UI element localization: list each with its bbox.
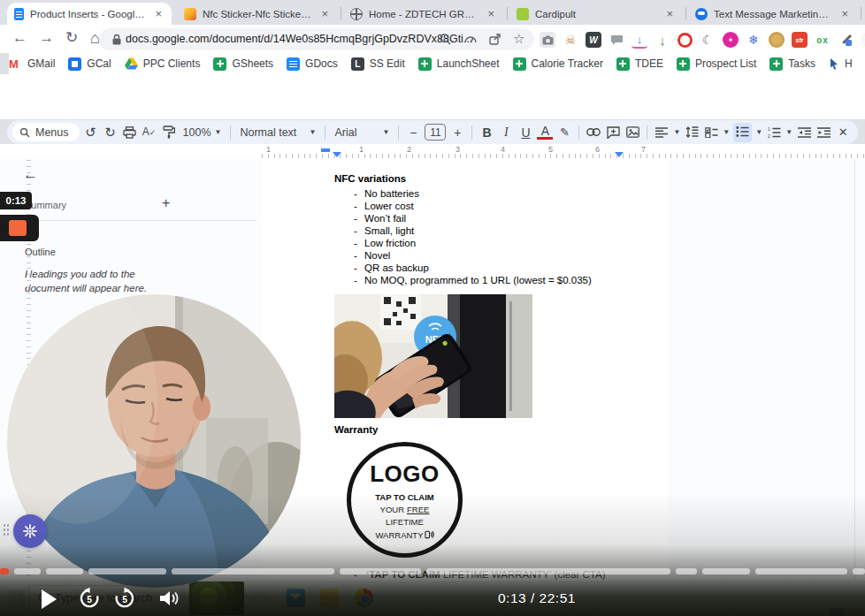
- bookmark-h[interactable]: H: [829, 57, 853, 70]
- tab-separator: [341, 7, 341, 19]
- add-comment-button[interactable]: [605, 126, 621, 139]
- docs-toolbar: Menus ↺ ↻ A✓ 100%▼ Normal text▼ Arial▼ −…: [7, 120, 858, 144]
- font-select[interactable]: Arial▼: [332, 126, 392, 139]
- insert-link-button[interactable]: [586, 128, 601, 136]
- decrease-indent-button[interactable]: [796, 127, 812, 138]
- w-extension-icon[interactable]: W: [586, 32, 601, 48]
- bookmark-star-icon[interactable]: ☆: [513, 31, 524, 47]
- bookmark-ss-edit[interactable]: LSS Edit: [351, 57, 405, 71]
- italic-button[interactable]: I: [498, 125, 514, 141]
- bookmark-prospect-list[interactable]: Prospect List: [677, 57, 756, 71]
- nfc-tap-photo[interactable]: NFC: [334, 294, 532, 418]
- chat-extension-icon[interactable]: [609, 32, 624, 48]
- bulleted-list-button[interactable]: [733, 123, 752, 142]
- line-spacing-button[interactable]: [684, 126, 700, 138]
- numbered-list-button[interactable]: 12: [766, 127, 782, 138]
- sfr-extension-icon[interactable]: sfr: [792, 32, 808, 48]
- bookmark-ppc-clients[interactable]: PPC Clients: [125, 57, 201, 70]
- drive-icon: [125, 57, 138, 70]
- paragraph-style-select[interactable]: Normal text▼: [237, 126, 318, 139]
- ox-extension-icon[interactable]: ox: [815, 32, 831, 48]
- reload-icon[interactable]: ↻: [65, 28, 78, 48]
- menus-search-button[interactable]: Menus: [12, 123, 80, 141]
- checklist-button[interactable]: [703, 127, 719, 138]
- bookmark-gmail[interactable]: MGMail: [9, 57, 55, 71]
- tab-zdtech-home[interactable]: Home - ZDTECH GROUP CORPO… ×: [343, 3, 504, 25]
- snowflake-extension-icon[interactable]: ❄: [746, 32, 762, 48]
- download-green-extension-icon[interactable]: ↓: [654, 32, 670, 48]
- skull-extension-icon[interactable]: ☠: [563, 32, 578, 48]
- profile-avatar-icon[interactable]: [861, 32, 865, 48]
- redo-button[interactable]: ↻: [103, 125, 119, 141]
- decrease-font-button[interactable]: −: [405, 125, 421, 141]
- pink-badge-extension-icon[interactable]: ✦: [723, 32, 739, 48]
- text-color-button[interactable]: A: [537, 125, 553, 140]
- tab-text-marketing[interactable]: Text Message Marketing Platform… ×: [688, 3, 858, 25]
- volume-button[interactable]: [157, 589, 180, 608]
- dark-mode-moon-icon[interactable]: ☾: [700, 32, 716, 48]
- increase-indent-button[interactable]: [815, 127, 831, 138]
- bookmark-tdee[interactable]: TDEE: [616, 57, 663, 71]
- play-button[interactable]: [42, 589, 57, 609]
- rewind-5-button[interactable]: 5: [78, 587, 101, 610]
- paint-format-button[interactable]: [161, 125, 177, 139]
- underline-button[interactable]: U: [517, 125, 533, 141]
- insert-image-button[interactable]: [624, 126, 640, 138]
- opera-extension-icon[interactable]: [677, 33, 693, 48]
- tab-close-icon[interactable]: ×: [485, 7, 497, 20]
- bulleted-list-caret[interactable]: ▼: [755, 128, 762, 136]
- color-picker-extension-icon[interactable]: [838, 32, 854, 48]
- bookmark-gcal[interactable]: GCal: [68, 57, 111, 71]
- bookmark-calorie-tracker[interactable]: Calorie Tracker: [513, 57, 603, 71]
- share-icon[interactable]: [488, 33, 501, 46]
- numbered-list-caret[interactable]: ▼: [785, 128, 792, 136]
- tab-close-icon[interactable]: ×: [318, 7, 331, 20]
- tab-close-icon[interactable]: ×: [838, 7, 851, 20]
- bookmark-gdocs[interactable]: GDocs: [287, 57, 338, 71]
- ruler-number: 4: [501, 145, 505, 154]
- indent-marker-right[interactable]: [615, 152, 624, 157]
- video-progress-bar[interactable]: [0, 568, 865, 574]
- download-blue-extension-icon[interactable]: ↓: [632, 31, 647, 49]
- stop-recording-button[interactable]: [9, 220, 27, 236]
- back-icon[interactable]: ←: [12, 28, 27, 48]
- tab-nfc-sticker[interactable]: Nfc Sticker-Nfc Sticker Manufact… ×: [177, 3, 338, 25]
- ruler-number: 2: [407, 145, 411, 154]
- tab-separator: [685, 7, 686, 19]
- add-summary-button[interactable]: +: [162, 195, 170, 211]
- indent-marker-left[interactable]: [333, 152, 341, 157]
- forward-icon[interactable]: →: [39, 28, 54, 48]
- chapter-segment: [46, 568, 83, 574]
- clear-formatting-button[interactable]: ✕: [835, 125, 851, 141]
- tab-close-icon[interactable]: ×: [152, 7, 165, 20]
- font-size-input[interactable]: 11: [425, 124, 446, 141]
- list-item: -Novel: [262, 249, 668, 262]
- tab-close-icon[interactable]: ×: [663, 7, 676, 20]
- camera-extension-icon[interactable]: [540, 32, 555, 48]
- align-button[interactable]: [654, 127, 670, 138]
- zoom-icon[interactable]: [439, 33, 452, 46]
- undo-button[interactable]: ↺: [83, 125, 99, 141]
- horizontal-ruler[interactable]: 1 1 2 3 4 5 6 7: [0, 144, 865, 160]
- outline-divider: [21, 220, 256, 221]
- bookmark-launchsheet[interactable]: LaunchSheet: [418, 57, 500, 71]
- tab-cardipult[interactable]: Cardipult ×: [509, 3, 683, 25]
- margin-marker[interactable]: [321, 148, 330, 152]
- forward-5-button[interactable]: 5: [113, 587, 136, 610]
- print-button[interactable]: [122, 126, 138, 139]
- highlight-color-button[interactable]: ✎: [556, 125, 572, 141]
- spellcheck-button[interactable]: A✓: [142, 124, 157, 141]
- performance-icon[interactable]: [463, 33, 478, 46]
- bookmark-gsheets[interactable]: GSheets: [213, 57, 273, 71]
- align-caret[interactable]: ▼: [673, 128, 680, 136]
- gold-badge-extension-icon[interactable]: [769, 32, 785, 48]
- zoom-select[interactable]: 100%▼: [180, 126, 225, 139]
- increase-font-button[interactable]: +: [449, 125, 465, 141]
- tab-product-inserts[interactable]: Product Inserts - Google Docs ×: [7, 3, 172, 25]
- ruler-number: 1: [266, 145, 271, 154]
- bold-button[interactable]: B: [478, 125, 494, 141]
- bookmark-tasks[interactable]: Tasks: [769, 57, 815, 71]
- tab-separator: [507, 7, 508, 19]
- checklist-caret[interactable]: ▼: [723, 128, 730, 136]
- sheets-icon: [418, 57, 432, 71]
